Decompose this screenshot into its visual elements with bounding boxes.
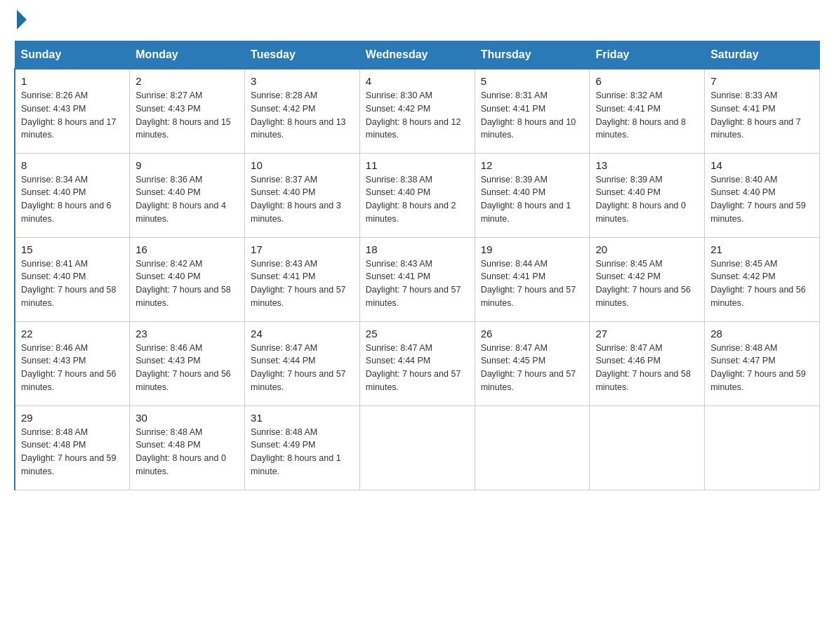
day-info: Sunrise: 8:41 AMSunset: 4:40 PMDaylight:…	[21, 257, 124, 310]
table-row: 24Sunrise: 8:47 AMSunset: 4:44 PMDayligh…	[245, 321, 360, 405]
day-number: 1	[21, 75, 124, 87]
day-info: Sunrise: 8:48 AMSunset: 4:48 PMDaylight:…	[21, 426, 124, 478]
day-number: 5	[481, 75, 584, 87]
day-info: Sunrise: 8:39 AMSunset: 4:40 PMDaylight:…	[595, 173, 699, 226]
day-info: Sunrise: 8:47 AMSunset: 4:44 PMDaylight:…	[251, 342, 354, 394]
day-info: Sunrise: 8:31 AMSunset: 4:41 PMDaylight:…	[481, 89, 584, 142]
day-info: Sunrise: 8:47 AMSunset: 4:45 PMDaylight:…	[481, 342, 584, 394]
col-tuesday: Tuesday	[245, 41, 360, 69]
day-info: Sunrise: 8:28 AMSunset: 4:42 PMDaylight:…	[251, 89, 354, 142]
table-row: 20Sunrise: 8:45 AMSunset: 4:42 PMDayligh…	[590, 237, 705, 321]
table-row: 8Sunrise: 8:34 AMSunset: 4:40 PMDaylight…	[15, 153, 130, 237]
day-number: 3	[251, 75, 354, 87]
day-info: Sunrise: 8:27 AMSunset: 4:43 PMDaylight:…	[135, 89, 239, 142]
day-number: 4	[366, 75, 469, 87]
table-row: 18Sunrise: 8:43 AMSunset: 4:41 PMDayligh…	[359, 237, 475, 321]
day-number: 21	[710, 243, 814, 255]
day-number: 16	[135, 243, 239, 255]
calendar-table: Sunday Monday Tuesday Wednesday Thursday…	[14, 41, 820, 490]
table-row: 23Sunrise: 8:46 AMSunset: 4:43 PMDayligh…	[130, 321, 245, 405]
logo-arrow-icon	[17, 10, 27, 29]
col-monday: Monday	[130, 41, 245, 69]
day-info: Sunrise: 8:38 AMSunset: 4:40 PMDaylight:…	[366, 173, 469, 226]
day-info: Sunrise: 8:42 AMSunset: 4:40 PMDaylight:…	[135, 257, 239, 310]
day-info: Sunrise: 8:48 AMSunset: 4:48 PMDaylight:…	[135, 426, 239, 478]
day-info: Sunrise: 8:26 AMSunset: 4:43 PMDaylight:…	[21, 89, 124, 142]
table-row: 16Sunrise: 8:42 AMSunset: 4:40 PMDayligh…	[130, 237, 245, 321]
day-info: Sunrise: 8:46 AMSunset: 4:43 PMDaylight:…	[21, 342, 124, 394]
calendar-week-row: 8Sunrise: 8:34 AMSunset: 4:40 PMDaylight…	[15, 153, 820, 237]
day-info: Sunrise: 8:47 AMSunset: 4:46 PMDaylight:…	[595, 342, 699, 394]
day-number: 10	[251, 159, 354, 171]
logo	[14, 14, 27, 27]
day-info: Sunrise: 8:37 AMSunset: 4:40 PMDaylight:…	[251, 173, 354, 226]
header-row: Sunday Monday Tuesday Wednesday Thursday…	[15, 41, 820, 69]
table-row: 9Sunrise: 8:36 AMSunset: 4:40 PMDaylight…	[130, 153, 245, 237]
table-row: 19Sunrise: 8:44 AMSunset: 4:41 PMDayligh…	[475, 237, 590, 321]
col-saturday: Saturday	[705, 41, 820, 69]
day-info: Sunrise: 8:46 AMSunset: 4:43 PMDaylight:…	[135, 342, 239, 394]
table-row: 5Sunrise: 8:31 AMSunset: 4:41 PMDaylight…	[475, 69, 590, 153]
day-number: 26	[481, 328, 584, 340]
table-row: 1Sunrise: 8:26 AMSunset: 4:43 PMDaylight…	[15, 69, 130, 153]
day-number: 22	[21, 328, 124, 340]
day-number: 23	[135, 328, 239, 340]
day-info: Sunrise: 8:47 AMSunset: 4:44 PMDaylight:…	[366, 342, 469, 394]
day-info: Sunrise: 8:32 AMSunset: 4:41 PMDaylight:…	[595, 89, 699, 142]
calendar-week-row: 22Sunrise: 8:46 AMSunset: 4:43 PMDayligh…	[15, 321, 820, 405]
day-number: 12	[481, 159, 584, 171]
day-number: 28	[710, 328, 814, 340]
table-row: 17Sunrise: 8:43 AMSunset: 4:41 PMDayligh…	[245, 237, 360, 321]
table-row: 6Sunrise: 8:32 AMSunset: 4:41 PMDaylight…	[590, 69, 705, 153]
day-info: Sunrise: 8:44 AMSunset: 4:41 PMDaylight:…	[481, 257, 584, 310]
day-number: 11	[366, 159, 469, 171]
day-number: 24	[251, 328, 354, 340]
table-row	[590, 405, 705, 490]
day-number: 2	[135, 75, 239, 87]
table-row	[475, 405, 590, 490]
day-info: Sunrise: 8:33 AMSunset: 4:41 PMDaylight:…	[710, 89, 814, 142]
table-row: 14Sunrise: 8:40 AMSunset: 4:40 PMDayligh…	[705, 153, 820, 237]
table-row: 25Sunrise: 8:47 AMSunset: 4:44 PMDayligh…	[359, 321, 475, 405]
day-info: Sunrise: 8:48 AMSunset: 4:47 PMDaylight:…	[710, 342, 814, 394]
col-wednesday: Wednesday	[359, 41, 475, 69]
table-row: 29Sunrise: 8:48 AMSunset: 4:48 PMDayligh…	[15, 405, 130, 490]
table-row: 4Sunrise: 8:30 AMSunset: 4:42 PMDaylight…	[359, 69, 475, 153]
day-number: 9	[135, 159, 239, 171]
table-row: 10Sunrise: 8:37 AMSunset: 4:40 PMDayligh…	[245, 153, 360, 237]
table-row: 11Sunrise: 8:38 AMSunset: 4:40 PMDayligh…	[359, 153, 475, 237]
col-sunday: Sunday	[15, 41, 130, 69]
day-info: Sunrise: 8:48 AMSunset: 4:49 PMDaylight:…	[251, 426, 354, 478]
table-row: 22Sunrise: 8:46 AMSunset: 4:43 PMDayligh…	[15, 321, 130, 405]
day-info: Sunrise: 8:39 AMSunset: 4:40 PMDaylight:…	[481, 173, 584, 226]
page-header	[14, 14, 820, 27]
day-info: Sunrise: 8:45 AMSunset: 4:42 PMDaylight:…	[710, 257, 814, 310]
day-number: 30	[135, 412, 239, 424]
table-row: 26Sunrise: 8:47 AMSunset: 4:45 PMDayligh…	[475, 321, 590, 405]
day-number: 7	[710, 75, 814, 87]
day-info: Sunrise: 8:45 AMSunset: 4:42 PMDaylight:…	[595, 257, 699, 310]
day-number: 27	[595, 328, 699, 340]
table-row	[705, 405, 820, 490]
table-row: 7Sunrise: 8:33 AMSunset: 4:41 PMDaylight…	[705, 69, 820, 153]
day-number: 13	[595, 159, 699, 171]
day-info: Sunrise: 8:34 AMSunset: 4:40 PMDaylight:…	[21, 173, 124, 226]
table-row: 27Sunrise: 8:47 AMSunset: 4:46 PMDayligh…	[590, 321, 705, 405]
day-number: 25	[366, 328, 469, 340]
table-row: 13Sunrise: 8:39 AMSunset: 4:40 PMDayligh…	[590, 153, 705, 237]
day-info: Sunrise: 8:36 AMSunset: 4:40 PMDaylight:…	[135, 173, 239, 226]
day-number: 8	[21, 159, 124, 171]
calendar-week-row: 29Sunrise: 8:48 AMSunset: 4:48 PMDayligh…	[15, 405, 820, 490]
calendar-week-row: 1Sunrise: 8:26 AMSunset: 4:43 PMDaylight…	[15, 69, 820, 153]
table-row: 28Sunrise: 8:48 AMSunset: 4:47 PMDayligh…	[705, 321, 820, 405]
day-number: 15	[21, 243, 124, 255]
day-info: Sunrise: 8:43 AMSunset: 4:41 PMDaylight:…	[366, 257, 469, 310]
table-row: 3Sunrise: 8:28 AMSunset: 4:42 PMDaylight…	[245, 69, 360, 153]
day-info: Sunrise: 8:30 AMSunset: 4:42 PMDaylight:…	[366, 89, 469, 142]
table-row: 30Sunrise: 8:48 AMSunset: 4:48 PMDayligh…	[130, 405, 245, 490]
day-number: 31	[251, 412, 354, 424]
table-row: 15Sunrise: 8:41 AMSunset: 4:40 PMDayligh…	[15, 237, 130, 321]
day-number: 14	[710, 159, 814, 171]
col-thursday: Thursday	[475, 41, 590, 69]
table-row	[359, 405, 475, 490]
